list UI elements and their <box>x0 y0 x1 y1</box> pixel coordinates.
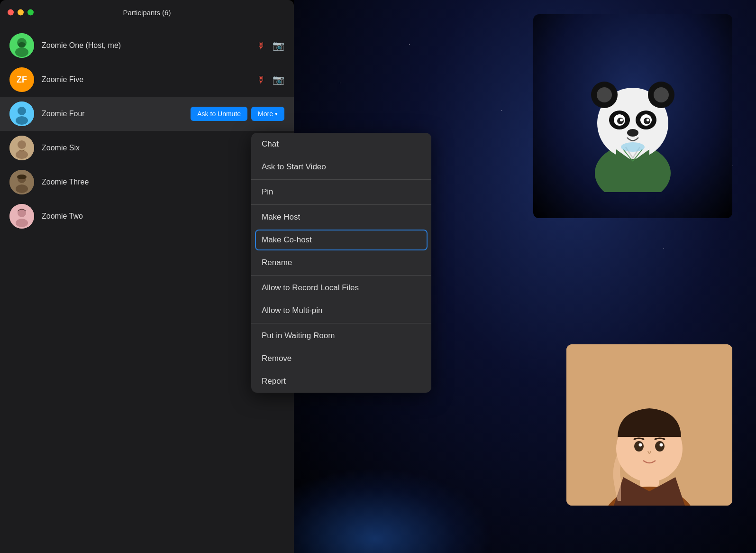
menu-divider-1 <box>251 179 431 180</box>
svg-point-38 <box>16 184 28 193</box>
minimize-window-button[interactable] <box>18 9 24 16</box>
participant-row-two: Zoomie Two <box>0 199 294 233</box>
video-off-icon-one: 📷 <box>273 40 284 51</box>
participant-name-five: Zoomie Five <box>42 75 256 84</box>
menu-item-allow-multipin[interactable]: Allow to Multi-pin <box>251 299 431 322</box>
maximize-window-button[interactable] <box>27 9 34 16</box>
svg-point-31 <box>18 107 26 115</box>
svg-point-22 <box>655 441 665 452</box>
menu-item-waiting-room[interactable]: Put in Waiting Room <box>251 324 431 347</box>
menu-divider-2 <box>251 204 431 205</box>
participant-name-three: Zoomie Three <box>42 178 284 186</box>
more-dropdown-menu: Chat Ask to Start Video Pin Make Host Ma… <box>251 133 431 393</box>
avatar-illustration <box>566 344 732 506</box>
participant-row-six: Zoomie Six <box>0 131 294 165</box>
ask-unmute-button[interactable]: Ask to Unmute <box>191 107 247 121</box>
menu-item-remove[interactable]: Remove <box>251 347 431 370</box>
video-off-icon-five: 📷 <box>273 74 284 85</box>
svg-point-6 <box>654 87 669 102</box>
menu-item-allow-record[interactable]: Allow to Record Local Files <box>251 276 431 299</box>
participants-panel: Participants (6) Zoomie One (Host, me) 🎙 <box>0 0 294 553</box>
svg-point-27 <box>15 47 28 57</box>
menu-divider-3 <box>251 275 431 276</box>
participant-list: Zoomie One (Host, me) 🎙 📷 ZF Zoomie Five… <box>0 25 294 553</box>
panda-video-tile <box>533 14 732 218</box>
svg-point-4 <box>597 87 612 102</box>
svg-point-23 <box>639 443 642 447</box>
menu-item-rename[interactable]: Rename <box>251 251 431 274</box>
participant-name-one: Zoomie One (Host, me) <box>42 41 256 50</box>
participant-icons-five: 🎙 📷 <box>256 74 284 85</box>
close-window-button[interactable] <box>8 9 14 16</box>
window-controls <box>8 9 34 16</box>
menu-item-pin[interactable]: Pin <box>251 181 431 203</box>
svg-point-39 <box>17 175 27 179</box>
avatar-one <box>9 33 34 58</box>
earth-glow <box>294 468 493 553</box>
avatar-three <box>9 170 34 194</box>
avatar-six <box>9 136 34 160</box>
participant-row-one: Zoomie One (Host, me) 🎙 📷 <box>0 28 294 63</box>
avatar-video-tile <box>566 344 732 506</box>
svg-point-42 <box>16 219 28 227</box>
svg-point-34 <box>18 140 26 149</box>
panel-title: Participants (6) <box>123 9 171 17</box>
avatar-five: ZF <box>9 67 34 92</box>
participant-name-two: Zoomie Two <box>42 212 284 221</box>
participant-row-four: Zoomie Four Ask to Unmute More ▾ <box>0 97 294 131</box>
menu-item-chat[interactable]: Chat <box>251 133 431 156</box>
participant-actions-four: Ask to Unmute More ▾ <box>191 107 284 121</box>
svg-point-14 <box>647 119 649 121</box>
panda-illustration <box>566 40 699 192</box>
menu-item-make-cohost[interactable]: Make Co-host <box>251 229 431 251</box>
menu-item-ask-start-video[interactable]: Ask to Start Video <box>251 156 431 178</box>
menu-item-report[interactable]: Report <box>251 370 431 393</box>
svg-point-16 <box>621 142 645 152</box>
svg-rect-29 <box>19 44 25 47</box>
menu-divider-4 <box>251 323 431 323</box>
title-bar: Participants (6) <box>0 0 294 25</box>
svg-point-24 <box>660 443 663 447</box>
participant-row-five: ZF Zoomie Five 🎙 📷 <box>0 63 294 97</box>
participant-name-six: Zoomie Six <box>42 144 284 152</box>
participant-icons-one: 🎙 📷 <box>256 40 284 51</box>
svg-point-15 <box>627 129 638 137</box>
svg-point-13 <box>620 119 623 121</box>
svg-point-35 <box>16 150 28 159</box>
menu-item-make-host[interactable]: Make Host <box>251 206 431 229</box>
participant-name-four: Zoomie Four <box>42 110 191 118</box>
more-button[interactable]: More ▾ <box>251 107 284 121</box>
mic-muted-icon-one: 🎙 <box>256 40 266 51</box>
svg-point-32 <box>16 116 28 125</box>
avatar-four <box>9 101 34 126</box>
mic-muted-icon-five: 🎙 <box>256 74 266 85</box>
svg-point-21 <box>634 441 644 452</box>
participant-row-three: Zoomie Three <box>0 165 294 199</box>
avatar-two <box>9 204 34 229</box>
